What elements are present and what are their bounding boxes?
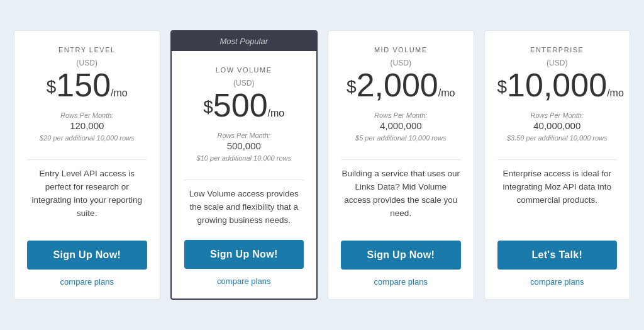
price-currency-enterprise: (USD) <box>497 59 618 67</box>
card-body-mid-volume: MID VOLUME (USD) $2,000/mo Rows Per Mont… <box>328 31 474 299</box>
plan-description-low-volume: Low Volume access provides the scale and… <box>184 188 304 227</box>
compare-link-enterprise[interactable]: compare plans <box>497 277 618 287</box>
plan-name-entry-level: ENTRY LEVEL <box>27 46 147 54</box>
additional-rows-low-volume: $10 per additional 10,000 rows <box>184 154 304 162</box>
plan-description-entry-level: Entry Level API access is perfect for re… <box>27 168 147 228</box>
additional-rows-entry-level: $20 per additional 10,000 rows <box>27 134 147 142</box>
divider-mid-volume <box>341 159 461 160</box>
rows-info-mid-volume: Rows Per Month: 4,000,000 <box>341 109 461 132</box>
pricing-card-entry-level: ENTRY LEVEL (USD) $150/mo Rows Per Month… <box>14 30 160 300</box>
price-dollar-mid-volume: $ <box>347 77 357 96</box>
price-period-low-volume: /mo <box>268 108 285 118</box>
card-body-low-volume: LOW VOLUME (USD) $500/mo Rows Per Month:… <box>172 51 317 299</box>
price-period-enterprise: /mo <box>607 88 624 98</box>
price-dollar-low-volume: $ <box>203 97 213 117</box>
cta-button-mid-volume[interactable]: Sign Up Now! <box>341 241 461 270</box>
rows-info-low-volume: Rows Per Month: 500,000 <box>184 129 304 152</box>
additional-rows-enterprise: $3.50 per additional 10,000 rows <box>497 134 618 142</box>
rows-value-entry-level: 120,000 <box>70 120 104 131</box>
compare-link-entry-level[interactable]: compare plans <box>27 277 147 287</box>
price-dollar-entry-level: $ <box>47 77 57 96</box>
pricing-card-enterprise: ENTERPRISE (USD) $10,000/mo Rows Per Mon… <box>484 30 631 300</box>
additional-rows-mid-volume: $5 per additional 10,000 rows <box>341 134 461 142</box>
plan-name-enterprise: ENTERPRISE <box>497 46 618 54</box>
price-row-enterprise: $10,000/mo <box>497 69 618 101</box>
price-period-entry-level: /mo <box>111 88 128 98</box>
price-currency-low-volume: (USD) <box>184 79 304 88</box>
price-amount-low-volume: 500 <box>213 87 268 123</box>
pricing-card-low-volume: Most Popular LOW VOLUME (USD) $500/mo Ro… <box>170 30 318 300</box>
price-amount-entry-level: 150 <box>56 67 111 103</box>
plan-description-enterprise: Enterprise access is ideal for integrati… <box>497 168 618 228</box>
rows-label-enterprise: Rows Per Month: <box>531 111 584 119</box>
plan-name-mid-volume: MID VOLUME <box>341 46 461 54</box>
featured-banner: Most Popular <box>172 31 317 51</box>
divider-enterprise <box>497 159 618 160</box>
card-body-entry-level: ENTRY LEVEL (USD) $150/mo Rows Per Month… <box>14 31 160 299</box>
compare-link-mid-volume[interactable]: compare plans <box>341 277 461 287</box>
divider-low-volume <box>184 179 304 180</box>
rows-value-mid-volume: 4,000,000 <box>380 120 422 131</box>
price-period-mid-volume: /mo <box>438 88 455 98</box>
pricing-card-mid-volume: MID VOLUME (USD) $2,000/mo Rows Per Mont… <box>328 30 474 300</box>
price-row-low-volume: $500/mo <box>184 89 304 122</box>
price-dollar-enterprise: $ <box>497 77 508 96</box>
plan-description-mid-volume: Building a service that uses our Links D… <box>341 168 461 228</box>
cta-button-low-volume[interactable]: Sign Up Now! <box>184 240 304 269</box>
price-currency-mid-volume: (USD) <box>341 59 461 67</box>
price-amount-mid-volume: 2,000 <box>357 67 438 103</box>
compare-link-low-volume[interactable]: compare plans <box>184 276 304 286</box>
rows-value-enterprise: 40,000,000 <box>533 120 580 131</box>
card-body-enterprise: ENTERPRISE (USD) $10,000/mo Rows Per Mon… <box>485 31 630 299</box>
price-row-entry-level: $150/mo <box>27 69 147 101</box>
rows-info-enterprise: Rows Per Month: 40,000,000 <box>497 109 618 132</box>
rows-label-mid-volume: Rows Per Month: <box>374 111 427 119</box>
rows-label-low-volume: Rows Per Month: <box>218 132 270 139</box>
divider-entry-level <box>27 159 147 160</box>
cta-button-enterprise[interactable]: Let's Talk! <box>497 241 618 270</box>
plan-name-low-volume: LOW VOLUME <box>184 66 304 74</box>
pricing-container: ENTRY LEVEL (USD) $150/mo Rows Per Month… <box>14 30 630 300</box>
price-currency-entry-level: (USD) <box>27 59 147 67</box>
rows-info-entry-level: Rows Per Month: 120,000 <box>27 109 147 132</box>
rows-label-entry-level: Rows Per Month: <box>60 111 113 119</box>
price-row-mid-volume: $2,000/mo <box>341 69 461 101</box>
price-amount-enterprise: 10,000 <box>507 67 607 103</box>
rows-value-low-volume: 500,000 <box>227 140 261 151</box>
cta-button-entry-level[interactable]: Sign Up Now! <box>27 241 147 270</box>
